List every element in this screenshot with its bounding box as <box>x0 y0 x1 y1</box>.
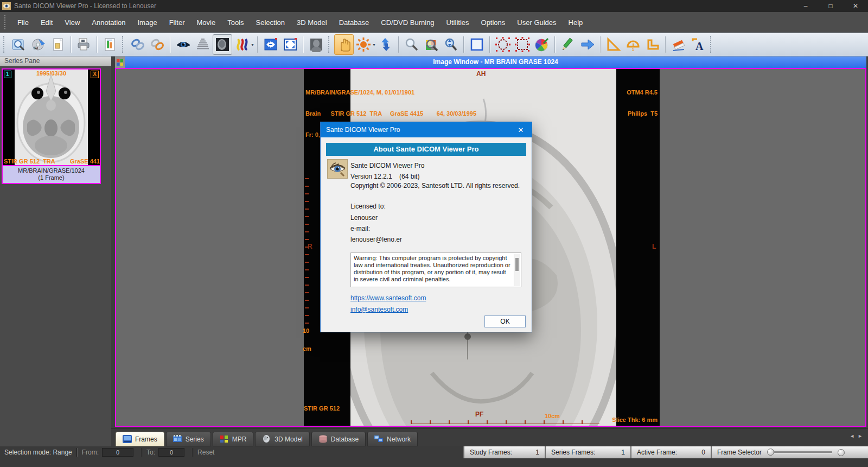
tab-scroll-right-button[interactable]: ► <box>858 433 863 439</box>
active-frame-value: 0 <box>688 449 705 456</box>
orientation-bottom-label: PF <box>475 411 483 418</box>
color-wheel-icon[interactable] <box>532 34 552 55</box>
series-pane-header[interactable]: Series Pane <box>0 56 111 66</box>
warning-scrollbar[interactable] <box>514 254 520 286</box>
menu-file[interactable]: File <box>11 12 35 33</box>
magnify-region-icon[interactable] <box>422 34 441 55</box>
series-name-plate[interactable]: MR/BRAIN/GRASE/1024 (1 Frame) <box>3 165 100 183</box>
fullscreen-icon[interactable] <box>280 34 300 55</box>
image-window-title[interactable]: Image Window - MR BRAIN GRASE 1024 <box>125 56 866 68</box>
pencil-icon[interactable] <box>558 34 578 55</box>
menu-database[interactable]: Database <box>333 12 375 33</box>
tab-series[interactable]: Series <box>166 432 211 446</box>
series-pane: Series Pane <box>0 56 111 446</box>
dialog-close-button[interactable]: ✕ <box>510 126 532 134</box>
mri-view-icon[interactable] <box>213 34 232 55</box>
color-presets-icon[interactable] <box>232 34 252 55</box>
toolbar-separator <box>71 36 72 53</box>
menu-grip[interactable] <box>4 15 7 29</box>
menu-filter[interactable]: Filter <box>163 12 191 33</box>
menu-edit[interactable]: Edit <box>35 12 59 33</box>
series-frames-segment: Series Frames: 1 <box>545 446 630 458</box>
frame-selector-end-knob[interactable] <box>838 449 845 456</box>
menu-3d-model[interactable]: 3D Model <box>291 12 333 33</box>
series-thumbnail[interactable]: 1 1995/03/30 X STIR GR 512 TRA GraSE 441… <box>2 68 101 184</box>
database-icon <box>318 435 328 443</box>
tab-frames[interactable]: Frames <box>116 432 164 446</box>
frame-selector-slider[interactable] <box>768 451 832 453</box>
website-link[interactable]: https://www.santesoft.com <box>350 294 426 302</box>
thumbnail-sequence-label: STIR GR 512 TRA <box>4 158 55 165</box>
angle-icon[interactable] <box>643 34 662 55</box>
brightness-icon[interactable] <box>354 34 373 55</box>
tab-3d-model[interactable]: 3D Model <box>255 432 309 446</box>
dialog-title-bar[interactable]: Sante DICOM Viewer Pro ✕ <box>321 122 532 137</box>
from-value-field[interactable]: 0 <box>102 448 133 457</box>
tab-scroll-left-button[interactable]: ◄ <box>850 433 854 439</box>
window-level-arrows-icon[interactable] <box>376 34 395 55</box>
title-bar: Sante DICOM Viewer Pro - Licensed to Len… <box>0 0 868 12</box>
menu-utilities[interactable]: Utilities <box>441 12 475 33</box>
layout-grid-icon[interactable] <box>115 56 125 68</box>
series-thumbnail-image[interactable]: 1 1995/03/30 X STIR GR 512 TRA GraSE 441 <box>3 70 100 165</box>
menu-user-guides[interactable]: User Guides <box>511 12 562 33</box>
3d-model-icon <box>262 435 271 443</box>
from-label: From: <box>82 449 99 456</box>
menu-selection[interactable]: Selection <box>250 12 291 33</box>
santesoft-eye-logo <box>327 159 348 179</box>
pan-hand-icon[interactable] <box>334 34 354 55</box>
open-study-icon[interactable] <box>9 34 29 55</box>
menu-tools[interactable]: Tools <box>221 12 250 33</box>
toolbar-separator <box>665 36 666 53</box>
toolbar-grip[interactable] <box>328 36 331 53</box>
tab-database[interactable]: Database <box>311 432 366 446</box>
ellipse-selection-icon[interactable] <box>493 34 513 55</box>
import-file-icon[interactable] <box>48 34 68 55</box>
menu-view[interactable]: View <box>59 12 86 33</box>
patient-photo-icon[interactable] <box>307 34 326 55</box>
thumbnail-close-button[interactable]: X <box>91 71 99 78</box>
zoom-rectangle-icon[interactable] <box>467 34 487 55</box>
toolbar-grip[interactable] <box>710 36 713 53</box>
print-icon[interactable] <box>74 34 94 55</box>
series-frames-label: Series Frames: <box>551 449 595 456</box>
link-series-icon[interactable] <box>128 34 148 55</box>
reset-button[interactable]: Reset <box>197 449 214 456</box>
menu-cd-dvd-burning[interactable]: CD/DVD Burning <box>375 12 440 33</box>
unlink-series-icon[interactable] <box>148 34 167 55</box>
view-eye-icon[interactable] <box>174 34 193 55</box>
menu-image[interactable]: Image <box>131 12 163 33</box>
protractor-icon[interactable]: 1 <box>623 34 643 55</box>
contact-email-link[interactable]: info@santesoft.com <box>350 306 408 313</box>
menu-options[interactable]: Options <box>475 12 512 33</box>
tab-network[interactable]: Network <box>367 432 418 446</box>
rectangle-selection-icon[interactable] <box>513 34 532 55</box>
close-button[interactable]: ✕ <box>843 0 868 12</box>
zoom-icon[interactable] <box>402 34 422 55</box>
fit-to-window-icon[interactable] <box>261 34 280 55</box>
maximize-button[interactable]: □ <box>818 0 843 12</box>
arrow-annotation-icon[interactable] <box>578 34 597 55</box>
window-level-icon[interactable] <box>193 34 213 55</box>
to-value-field[interactable]: 0 <box>158 448 184 457</box>
minimize-button[interactable]: – <box>793 0 818 12</box>
product-name: Sante DICOM Viewer Pro <box>350 162 425 169</box>
statusbar-separator <box>141 448 142 457</box>
report-icon[interactable] <box>100 34 120 55</box>
text-annotation-icon[interactable]: A <box>688 34 708 55</box>
toolbar-grip[interactable] <box>3 36 6 53</box>
toolbar-separator <box>97 36 98 53</box>
frame-selector-knob[interactable] <box>767 449 774 456</box>
ruler-icon[interactable] <box>604 34 623 55</box>
eraser-icon[interactable] <box>669 34 688 55</box>
menu-movie[interactable]: Movie <box>191 12 222 33</box>
warning-scrollbar-thumb[interactable] <box>515 258 519 271</box>
menu-annotation[interactable]: Annotation <box>86 12 131 33</box>
tab-mpr[interactable]: MPR <box>213 432 254 446</box>
toolbar-grip[interactable] <box>122 36 125 53</box>
ok-button[interactable]: OK <box>484 315 526 327</box>
menu-help[interactable]: Help <box>563 12 589 33</box>
zoom-level-icon[interactable] <box>441 34 461 55</box>
burn-cd-icon[interactable]: CD <box>29 34 48 55</box>
orientation-right-label: L <box>652 243 656 250</box>
